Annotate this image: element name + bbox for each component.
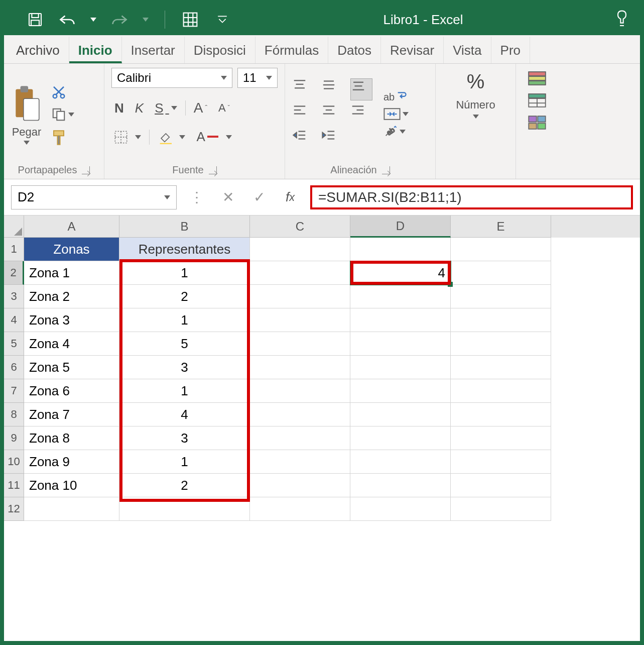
font-name-combo[interactable]: Calibri [111,68,232,88]
cell-A6[interactable]: Zona 5 [24,356,119,379]
cell[interactable] [350,426,451,450]
chevron-down-icon[interactable] [473,115,479,119]
cell-B9[interactable]: 3 [119,426,250,450]
align-left-button[interactable] [292,103,314,126]
orientation-button[interactable]: ab [383,125,409,138]
cancel-icon[interactable]: ✕ [217,186,239,208]
cell-E1[interactable] [451,238,551,261]
cell-B11[interactable]: 2 [119,474,250,497]
align-middle-button[interactable] [321,78,343,100]
cell[interactable] [250,332,350,356]
cell-A11[interactable]: Zona 10 [24,474,119,497]
cell-D2[interactable]: 4 [350,261,451,285]
font-color-button[interactable]: A [193,128,235,146]
cut-button[interactable] [51,85,74,100]
underline-button[interactable]: S [152,99,180,117]
col-header-C[interactable]: C [250,216,350,238]
cell-B1[interactable]: Representantes [119,238,250,261]
align-bottom-button[interactable] [350,78,372,100]
cell-B7[interactable]: 1 [119,379,250,403]
col-header-B[interactable]: B [119,216,250,238]
wrap-text-button[interactable]: ab [383,91,409,103]
cell[interactable] [250,308,350,332]
col-header-A[interactable]: A [24,216,119,238]
name-box[interactable]: D2 [11,185,177,209]
cell[interactable] [350,308,451,332]
fx-icon[interactable]: fx [279,186,301,208]
cell-C2[interactable] [250,261,350,285]
tab-home[interactable]: Inicio [69,37,122,63]
cell[interactable] [451,403,551,426]
cell[interactable] [119,497,250,521]
cell[interactable] [350,450,451,474]
customize-qat-button[interactable] [213,11,231,29]
cell[interactable] [24,497,119,521]
enter-icon[interactable]: ✓ [248,186,270,208]
font-size-combo[interactable]: 11 [237,68,278,88]
cell-B10[interactable]: 1 [119,450,250,474]
cell-A8[interactable]: Zona 7 [24,403,119,426]
row-header[interactable]: 4 [4,308,24,332]
tab-view[interactable]: Vista [444,37,491,63]
cell[interactable] [451,426,551,450]
cell-D1[interactable] [350,238,451,261]
format-painter-button[interactable] [51,129,74,146]
percent-button[interactable]: % [460,68,491,95]
cell-B2[interactable]: 1 [119,261,250,285]
tab-insert[interactable]: Insertar [122,37,185,63]
cell[interactable] [350,379,451,403]
row-header[interactable]: 9 [4,426,24,450]
align-top-button[interactable] [292,78,314,100]
cell[interactable] [451,356,551,379]
row-header[interactable]: 8 [4,403,24,426]
copy-button[interactable] [51,107,74,122]
tab-review[interactable]: Revisar [381,37,444,63]
cell[interactable] [250,356,350,379]
tab-file[interactable]: Archivo [7,37,69,63]
cell[interactable] [350,474,451,497]
fbar-more-icon[interactable]: ⋮ [186,186,208,208]
align-center-button[interactable] [321,103,343,126]
clipboard-launcher-icon[interactable] [82,166,90,174]
row-header[interactable]: 10 [4,450,24,474]
cell-B6[interactable]: 3 [119,356,250,379]
increase-font-button[interactable]: Aˆ [191,99,210,117]
cell[interactable] [250,450,350,474]
cell-A9[interactable]: Zona 8 [24,426,119,450]
row-header[interactable]: 12 [4,497,24,521]
tab-layout[interactable]: Disposici [185,37,255,63]
row-header[interactable]: 7 [4,379,24,403]
cell-B4[interactable]: 1 [119,308,250,332]
tab-formulas[interactable]: Fórmulas [255,37,328,63]
cell-styles-button[interactable] [528,115,546,130]
cell[interactable] [350,497,451,521]
cell[interactable] [350,403,451,426]
cell-E2[interactable] [451,261,551,285]
cell-C1[interactable] [250,238,350,261]
table-format-button[interactable] [528,93,546,108]
cell-A2[interactable]: Zona 1 [24,261,119,285]
fill-color-button[interactable] [155,128,188,146]
row-header[interactable]: 1 [4,238,24,261]
col-header-D[interactable]: D [350,216,451,238]
increase-indent-button[interactable] [321,129,343,151]
row-header[interactable]: 3 [4,285,24,308]
row-header[interactable]: 2 [4,261,24,285]
tell-me-icon[interactable] [615,10,630,30]
save-button[interactable] [26,11,44,29]
undo-dropdown-icon[interactable] [90,18,96,22]
italic-button[interactable]: K [132,99,147,117]
decrease-font-button[interactable]: Aˇ [215,100,233,116]
cell[interactable] [451,450,551,474]
cell-A7[interactable]: Zona 6 [24,379,119,403]
undo-button[interactable] [58,11,76,29]
cell-B5[interactable]: 5 [119,332,250,356]
cell[interactable] [451,379,551,403]
cell-A4[interactable]: Zona 3 [24,308,119,332]
formula-input[interactable]: =SUMAR.SI(B2:B11;1) [310,185,633,209]
cell[interactable] [451,474,551,497]
redo-button[interactable] [110,11,128,29]
cell[interactable] [350,356,451,379]
col-header-E[interactable]: E [451,216,551,238]
paste-button[interactable]: Pegar [11,84,42,145]
